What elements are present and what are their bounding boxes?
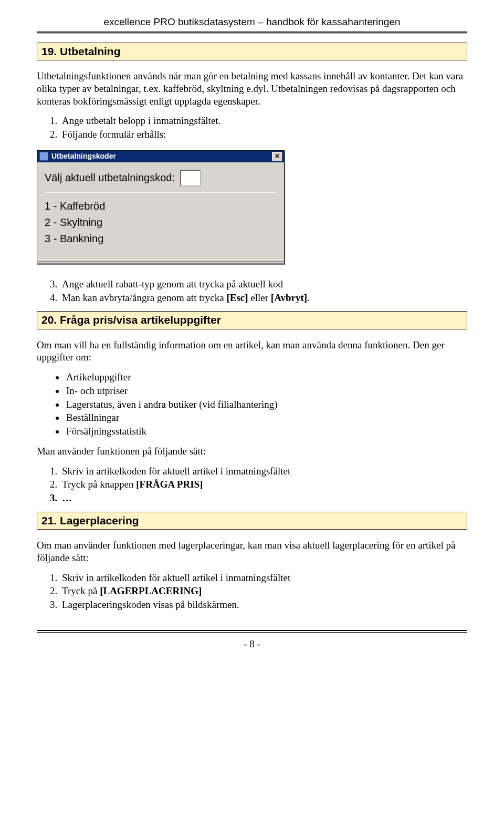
section-heading-19: 19. Utbetalning [37, 43, 467, 60]
section-heading-21: 21. Lagerplacering [37, 512, 467, 530]
header-rule-thick [37, 32, 467, 33]
dialog-titlebar: Utbetalningskoder ✕ [37, 151, 284, 162]
dialog-utbetalningskoder: Utbetalningskoder ✕ Välj aktuell utbetal… [37, 150, 285, 264]
section-20-steps: Skriv in artikelkoden för aktuell artike… [47, 465, 467, 504]
list-item: Skriv in artikelkoden för aktuell artike… [60, 465, 467, 478]
key-avbryt: [Avbryt] [271, 292, 307, 303]
text: Tryck på [62, 585, 100, 596]
section-heading-20: 20. Fråga pris/visa artikeluppgifter [37, 311, 467, 329]
section-19-steps-3-4: Ange aktuell rabatt-typ genom att trycka… [47, 278, 467, 304]
dialog-prompt-label: Välj aktuell utbetalningskod: [45, 171, 175, 184]
section-19-steps-1-2: Ange utbetalt belopp i inmatningsfältet.… [47, 115, 467, 141]
dialog-body: Välj aktuell utbetalningskod: 1 - Kaffeb… [37, 162, 284, 260]
text: eller [248, 292, 271, 303]
list-item: Man kan avbryta/ångra genom att trycka [… [60, 292, 467, 304]
section-21-steps: Skriv in artikelkoden för aktuell artike… [47, 572, 467, 611]
dialog-title: Utbetalningskoder [51, 152, 272, 161]
list-item[interactable]: 3 - Bankning [45, 231, 277, 247]
section-20-intro: Om man vill ha en fullständig informatio… [37, 339, 467, 364]
list-item: Lagerplaceringskoden visas på bildskärme… [60, 598, 467, 611]
footer-rule-thin [37, 632, 467, 633]
list-item: Lagerstatus, även i andra butiker (vid f… [65, 398, 467, 411]
close-button[interactable]: ✕ [272, 152, 282, 161]
list-item: Tryck på [LAGERPLACERING] [60, 585, 467, 597]
list-item: Tryck på knappen [FRÅGA PRIS] [60, 478, 467, 491]
list-item: Artikeluppgifter [65, 371, 467, 384]
dialog-code-list: 1 - Kaffebröd 2 - Skyltning 3 - Bankning [45, 198, 277, 255]
section-21-intro: Om man använder funktionen med lagerplac… [37, 539, 467, 564]
dialog-prompt-row: Välj aktuell utbetalningskod: [45, 170, 277, 187]
window-icon [39, 152, 48, 161]
text: Tryck på knappen [62, 479, 136, 490]
text: Man kan avbryta/ångra genom att trycka [62, 292, 226, 303]
list-item: Skriv in artikelkoden för aktuell artike… [60, 572, 467, 584]
section-20-usage-intro: Man använder funktionen på följande sätt… [37, 445, 467, 458]
section-19-intro: Utbetalningsfunktionen används när man g… [37, 70, 467, 107]
dialog-figure: Utbetalningskoder ✕ Välj aktuell utbetal… [37, 150, 467, 264]
code-input[interactable] [180, 170, 201, 187]
button-lagerplacering: [LAGERPLACERING] [100, 585, 202, 596]
footer-rule-thick [37, 630, 467, 631]
key-esc: [Esc] [226, 292, 248, 303]
dialog-separator [45, 192, 277, 193]
button-fraga-pris: [FRÅGA PRIS] [136, 479, 203, 490]
list-item[interactable]: 2 - Skyltning [45, 214, 277, 231]
list-item: Försäljningsstatistik [65, 425, 467, 438]
section-20-bullets: Artikeluppgifter In- och utpriser Lagers… [52, 371, 467, 438]
header-rule-thin [37, 34, 467, 34]
page-number: - 8 - [37, 638, 467, 650]
list-item: Följande formulär erhålls: [60, 128, 467, 141]
text: . [307, 292, 310, 303]
list-item: Ange utbetalt belopp i inmatningsfältet. [60, 115, 467, 127]
list-item[interactable]: 1 - Kaffebröd [45, 198, 277, 214]
list-item: … [60, 492, 467, 504]
page: excellence PRO butiksdatasystem – handbo… [0, 0, 504, 661]
page-header: excellence PRO butiksdatasystem – handbo… [37, 16, 467, 32]
list-item: Ange aktuell rabatt-typ genom att trycka… [60, 278, 467, 291]
dialog-bottom-ridge [37, 260, 284, 264]
list-item: Beställningar [65, 411, 467, 424]
list-item: In- och utpriser [65, 385, 467, 397]
